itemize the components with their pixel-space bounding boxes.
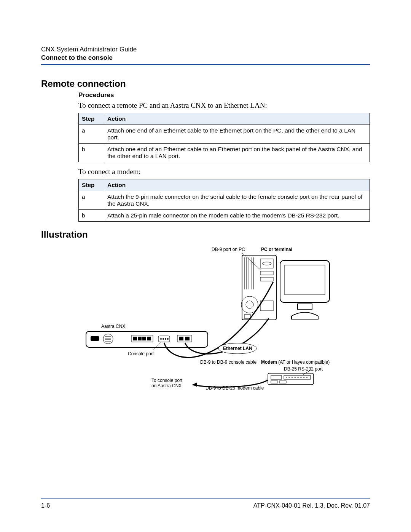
svg-rect-14	[280, 260, 330, 302]
label-db9-pc: DB-9 port on PC	[212, 247, 245, 252]
col-action: Action	[104, 179, 370, 191]
label-to-console: To console port on Aastra CNX	[151, 378, 182, 388]
col-step: Step	[79, 113, 104, 125]
label-ethernet-lan: Ethernet LAN	[223, 346, 252, 351]
svg-rect-12	[260, 301, 273, 311]
footer-docref: ATP-CNX-040-01 Rel. 1.3, Doc. Rev. 01.07	[253, 502, 370, 509]
monitor-icon	[280, 260, 330, 319]
heading-procedures: Procedures	[78, 91, 370, 99]
cell-step: a	[79, 191, 104, 210]
heading-remote-connection: Remote connection	[41, 78, 370, 89]
label-aastra: Aastra CNX	[101, 324, 125, 329]
svg-rect-23	[142, 337, 146, 340]
svg-rect-8	[260, 271, 273, 275]
svg-rect-38	[279, 381, 286, 383]
svg-rect-18	[91, 336, 99, 341]
arrowhead-icon	[193, 382, 197, 387]
cell-action: Attach a 25-pin male connector on the mo…	[104, 210, 370, 222]
diagram-svg	[78, 244, 368, 396]
cell-action: Attach one end of an Ethernet cable to t…	[104, 125, 370, 144]
page-container: CNX System Administrator Guide Connect t…	[0, 0, 411, 532]
label-console-port: Console port	[128, 351, 154, 356]
pointer-console-port	[153, 342, 161, 350]
svg-rect-21	[133, 337, 137, 340]
table-row: b Attach a 25-pin male connector on the …	[79, 210, 370, 222]
svg-point-27	[162, 338, 164, 340]
svg-point-28	[165, 338, 166, 340]
label-db9-db25: DB-9 to DB-25 modem cable	[206, 385, 264, 391]
pc-tower-icon	[241, 255, 276, 320]
svg-point-19	[103, 334, 113, 344]
svg-rect-22	[138, 337, 142, 340]
heading-illustration: Illustration	[41, 229, 370, 240]
doc-section: Connect to the console	[41, 54, 370, 62]
aastra-cnx-icon	[86, 331, 208, 347]
cell-action: Attach one end of an Ethernet cable to a…	[104, 144, 370, 162]
svg-rect-13	[244, 315, 250, 318]
svg-rect-24	[147, 337, 151, 340]
table-row: a Attach one end of an Ethernet cable to…	[79, 125, 370, 144]
col-action: Action	[104, 113, 370, 125]
doc-title: CNX System Administrator Guide	[41, 46, 370, 53]
svg-rect-31	[179, 337, 183, 340]
label-db9-db9: DB-9 to DB-9 console cable	[200, 359, 256, 365]
col-step: Step	[79, 179, 104, 191]
page-header: CNX System Administrator Guide Connect t…	[41, 46, 370, 65]
label-db25-port: DB-25 RS-232 port	[284, 366, 323, 372]
modem-icon	[268, 373, 314, 385]
cables	[164, 282, 273, 387]
cell-action: Attach the 9-pin male connector on the s…	[104, 191, 370, 210]
svg-point-26	[160, 338, 162, 340]
connection-diagram: DB-9 port on PC PC or terminal Aastra CN…	[78, 244, 370, 396]
svg-rect-34	[271, 375, 282, 379]
label-pc-terminal: PC or terminal	[261, 247, 292, 252]
intro-ethernet: To connect a remote PC and an Aastra CNX…	[78, 101, 370, 110]
svg-rect-32	[185, 337, 190, 340]
svg-rect-9	[260, 277, 273, 281]
svg-point-11	[246, 301, 253, 308]
label-modem: Modem (AT or Hayes compatible)	[261, 359, 330, 365]
svg-rect-15	[285, 265, 325, 295]
svg-rect-16	[298, 304, 312, 309]
footer-page: 1-6	[41, 502, 50, 509]
table-ethernet-steps: Step Action a Attach one end of an Ether…	[78, 113, 370, 162]
svg-rect-0	[242, 255, 276, 320]
svg-point-7	[262, 262, 271, 265]
cell-step: b	[79, 210, 104, 222]
svg-point-29	[167, 338, 169, 340]
cell-step: a	[79, 125, 104, 144]
procedures-block: Procedures To connect a remote PC and an…	[78, 91, 370, 227]
table-row: a Attach the 9-pin male connector on the…	[79, 191, 370, 210]
intro-modem: To connect a modem:	[78, 168, 370, 176]
table-modem-steps: Step Action a Attach the 9-pin male conn…	[78, 179, 370, 222]
svg-rect-37	[271, 381, 278, 383]
page-footer: 1-6 ATP-CNX-040-01 Rel. 1.3, Doc. Rev. 0…	[41, 498, 370, 509]
cell-step: b	[79, 144, 104, 162]
table-row: b Attach one end of an Ethernet cable to…	[79, 144, 370, 162]
